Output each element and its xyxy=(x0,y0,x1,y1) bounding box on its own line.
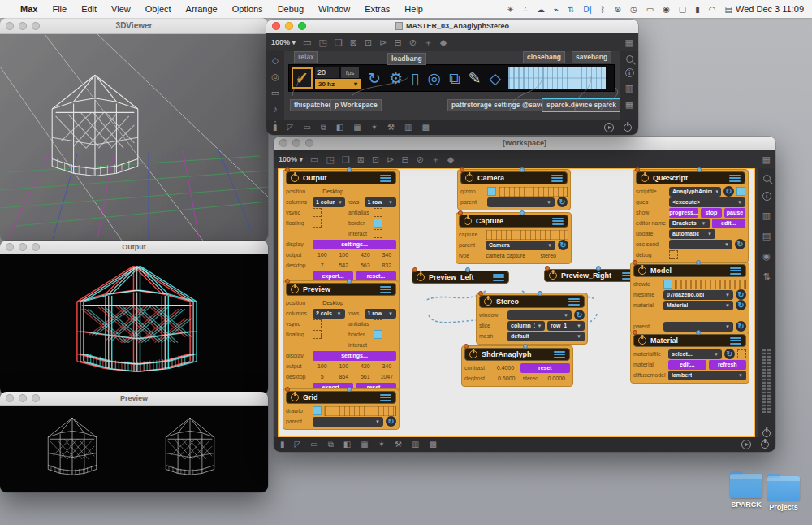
playbar-icon[interactable]: ⊳ xyxy=(379,38,387,47)
panel-header-grid[interactable]: Grid xyxy=(286,391,396,404)
3dviewer-titlebar[interactable]: 3DViewer xyxy=(0,18,268,34)
info-icon[interactable]: i xyxy=(625,68,634,77)
number-icon[interactable]: ⊟ xyxy=(394,38,401,47)
panel-header-preview-left[interactable]: Preview_Left xyxy=(412,271,509,284)
keyboard-icon[interactable]: ▩ xyxy=(422,123,430,132)
cube-icon[interactable]: ◇ xyxy=(490,71,502,86)
audio-icon[interactable]: ◧ xyxy=(343,440,351,449)
panel-header-camera[interactable]: Camera xyxy=(460,171,568,184)
stereo-dropdown[interactable]: row_1▼ xyxy=(547,321,585,331)
panel-header-output[interactable]: Output xyxy=(286,171,396,184)
stereo-refresh-icon[interactable]: ↻ xyxy=(574,310,585,320)
keystone-icon[interactable]: ✳ xyxy=(507,5,513,14)
material-refresh-icon[interactable]: ↻ xyxy=(724,349,735,359)
grid-refresh-icon[interactable]: ↻ xyxy=(386,416,396,427)
object-box-savebang[interactable]: savebang xyxy=(572,51,611,63)
toggle-icon[interactable]: ⊠ xyxy=(357,155,365,164)
model-refresh-icon[interactable]: ↻ xyxy=(736,300,746,310)
menu-icon[interactable] xyxy=(380,175,391,182)
material-checkbox[interactable] xyxy=(737,349,746,358)
camera-preset-strip[interactable] xyxy=(499,187,568,197)
power-icon[interactable] xyxy=(469,350,477,358)
clipboard-icon[interactable]: ▦ xyxy=(625,99,633,110)
piano-icon[interactable]: ▥ xyxy=(412,440,419,449)
camera-checkbox-checked[interactable] xyxy=(487,187,496,196)
power-icon[interactable] xyxy=(464,217,472,225)
model-preset-strip[interactable] xyxy=(675,280,746,289)
power-button[interactable] xyxy=(762,429,771,437)
output-checkbox[interactable] xyxy=(374,229,382,238)
gear-icon[interactable]: ⚙ xyxy=(389,71,403,86)
workspace-titlebar[interactable]: [Workspace] xyxy=(274,137,775,150)
traffic-lights[interactable] xyxy=(6,22,40,30)
panel-header-preview[interactable]: Preview xyxy=(286,283,396,296)
package-icon[interactable]: ◇ xyxy=(272,55,279,66)
output-canvas[interactable] xyxy=(0,254,268,395)
power-icon[interactable] xyxy=(291,174,299,182)
quescript-dropdown[interactable]: <execute>▼ xyxy=(669,197,745,207)
menu-item-help[interactable]: Help xyxy=(397,4,430,14)
output-checkbox-checked[interactable] xyxy=(374,219,382,228)
menu-icon[interactable] xyxy=(729,175,741,182)
bookmark-icon[interactable]: ▯ xyxy=(411,71,419,86)
preview-dropdown[interactable]: 2 cols▼ xyxy=(313,309,345,319)
capture-refresh-icon[interactable]: ↻ xyxy=(558,240,568,250)
send-icon[interactable]: ◆ xyxy=(440,38,447,47)
menu-icon[interactable] xyxy=(552,218,564,225)
grid-icon[interactable]: ▦ xyxy=(353,123,361,132)
menu-icon[interactable] xyxy=(554,351,565,358)
output-titlebar[interactable]: Output xyxy=(0,241,268,254)
model-refresh-icon[interactable]: ↻ xyxy=(736,321,746,332)
quescript-dropdown[interactable]: Brackets▼ xyxy=(669,219,710,228)
tools-icon[interactable]: ⚒ xyxy=(387,123,395,132)
menu-item-arrange[interactable]: Arrange xyxy=(179,4,225,14)
piano-icon[interactable]: ▥ xyxy=(404,123,412,132)
power-button[interactable] xyxy=(761,440,769,449)
power-button[interactable] xyxy=(624,124,632,132)
audio-icon[interactable]: ◧ xyxy=(336,123,343,132)
panel-header-model[interactable]: Model xyxy=(633,264,746,277)
sharing-icon[interactable]: ∴ xyxy=(523,5,528,14)
traffic-lights[interactable] xyxy=(279,139,313,147)
object-icon[interactable]: ▭ xyxy=(310,155,318,164)
menu-icon[interactable] xyxy=(551,175,563,182)
object-box-loadbang[interactable]: loadbang xyxy=(387,53,426,65)
capture-dropdown[interactable]: Camera▼ xyxy=(486,241,555,250)
quescript-button-stop[interactable]: stop xyxy=(701,208,722,218)
list-icon[interactable]: ▤ xyxy=(762,231,771,241)
menu-icon[interactable] xyxy=(730,267,741,275)
mixer-icon[interactable]: ⇅ xyxy=(762,271,770,282)
material-dropdown[interactable]: select...▼ xyxy=(668,349,722,359)
columns-icon[interactable]: ▥ xyxy=(762,210,771,221)
send-icon[interactable]: ◆ xyxy=(447,155,454,164)
object-icon[interactable]: ▭ xyxy=(303,38,311,47)
model-dropdown[interactable]: Material▼ xyxy=(663,301,733,310)
toggle-icon[interactable]: ⊠ xyxy=(350,38,357,47)
stereo-dropdown[interactable]: default▼ xyxy=(508,332,585,341)
wand-icon[interactable]: ✶ xyxy=(371,123,378,132)
menu-item-file[interactable]: File xyxy=(45,4,74,14)
power-icon[interactable] xyxy=(417,273,425,281)
cloud-icon[interactable]: ☁ xyxy=(537,5,545,14)
siri-icon[interactable]: ◉ xyxy=(663,5,670,14)
sync-icon[interactable]: ⇅ xyxy=(568,5,574,14)
button-icon[interactable]: ⊡ xyxy=(372,155,379,164)
quescript-dropdown[interactable]: AnaglyphAnimation.que▼ xyxy=(669,187,721,197)
quescript-checkbox-checked[interactable] xyxy=(736,187,745,196)
menu-icon[interactable] xyxy=(380,394,391,401)
quescript-button-edit[interactable]: edit... xyxy=(712,219,746,228)
stereo-dropdown[interactable]: ▼ xyxy=(508,310,572,320)
preview-checkbox-checked[interactable] xyxy=(374,330,382,339)
3dviewer-canvas[interactable] xyxy=(0,34,268,241)
menu-item-options[interactable]: Options xyxy=(225,4,270,14)
info-icon[interactable]: i xyxy=(762,192,771,201)
keyboard-icon[interactable]: ▩ xyxy=(430,440,437,449)
audio-icon[interactable]: ♪ xyxy=(273,104,278,114)
power-icon[interactable] xyxy=(638,336,646,345)
preview-dropdown[interactable]: 1 row▼ xyxy=(365,309,397,319)
transport-icon[interactable]: ↻ xyxy=(368,71,381,86)
power-icon[interactable] xyxy=(291,285,299,293)
fps-number[interactable]: 20 xyxy=(315,67,339,78)
quescript-dropdown[interactable]: ▼ xyxy=(669,240,732,249)
zoom-dropdown[interactable]: 100% ▾ xyxy=(271,38,296,46)
